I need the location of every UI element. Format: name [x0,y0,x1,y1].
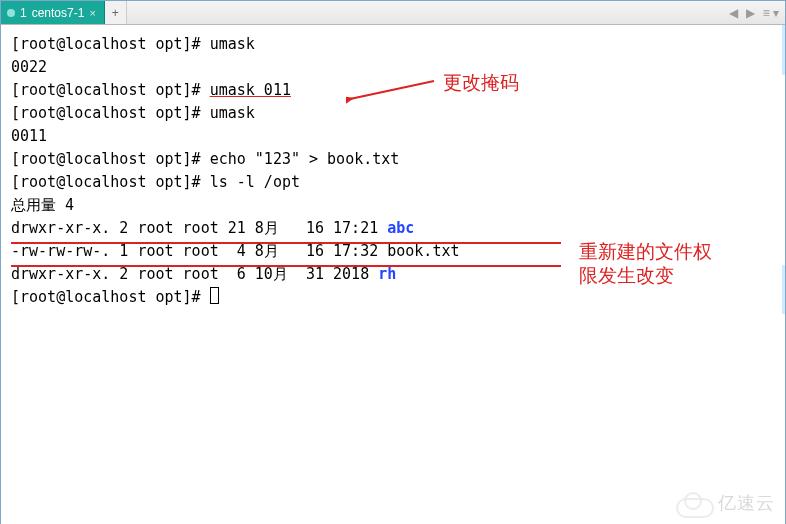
tab-bar-nav: ◀ ▶ ≡ ▾ [729,1,785,24]
prompt: [root@localhost opt]# [11,81,210,99]
tab-index: 1 [20,6,27,20]
prompt: [root@localhost opt]# [11,150,210,168]
watermark: 亿速云 [674,490,775,516]
prompt: [root@localhost opt]# [11,104,210,122]
annotation-arrow [346,77,436,105]
plus-icon: + [112,6,119,20]
annotation-line: 重新建的文件权 [579,240,712,264]
cmd-text: ls -l /opt [210,173,300,191]
output-text: 0011 [11,127,47,145]
app-window: 1 centos7-1 × + ◀ ▶ ≡ ▾ [root@localhost … [0,0,786,524]
scroll-indicator [782,25,785,524]
ls-row: drwxr-xr-x. 2 root root 21 8月 16 17:21 a… [11,217,775,240]
terminal-line: [root@localhost opt]# [11,286,775,309]
tab-title: centos7-1 [32,6,85,20]
prompt: [root@localhost opt]# [11,173,210,191]
annotation-text: 更改掩码 [443,71,519,94]
terminal-line: 总用量 4 [11,194,775,217]
terminal-line: 0011 [11,125,775,148]
nav-back-icon[interactable]: ◀ [729,6,738,20]
terminal-line: [root@localhost opt]# ls -l /opt [11,171,775,194]
terminal[interactable]: [root@localhost opt]# umask 0022 [root@l… [1,25,785,524]
new-tab-button[interactable]: + [105,1,127,24]
prompt: [root@localhost opt]# [11,288,210,306]
nav-forward-icon[interactable]: ▶ [746,6,755,20]
terminal-line: [root@localhost opt]# echo "123" > book.… [11,148,775,171]
annotation-rule [11,265,561,267]
close-icon[interactable]: × [89,7,95,19]
cmd-text: umask 011 [210,81,291,99]
output-text: 0022 [11,58,47,76]
terminal-line: 0022 [11,56,775,79]
annotation-rule [11,242,561,244]
ls-name: abc [387,219,414,237]
svg-line-0 [350,81,434,99]
terminal-line: [root@localhost opt]# umask [11,33,775,56]
ls-name: book.txt [387,242,459,260]
terminal-line: [root@localhost opt]# umask [11,102,775,125]
prompt: [root@localhost opt]# [11,35,210,53]
nav-menu-icon[interactable]: ≡ ▾ [763,6,779,20]
watermark-text: 亿速云 [718,492,775,515]
cursor [210,287,219,304]
tab-centos7-1[interactable]: 1 centos7-1 × [1,1,105,24]
ls-name: rh [378,265,396,283]
annotation-line: 限发生改变 [579,264,712,288]
cmd-text: umask [210,35,255,53]
annotation-text: 重新建的文件权 限发生改变 [579,240,712,288]
cloud-icon [674,490,712,516]
tab-bar: 1 centos7-1 × + ◀ ▶ ≡ ▾ [1,1,785,25]
ls-total: 总用量 4 [11,196,74,214]
tab-status-dot [7,9,15,17]
cmd-text: echo "123" > book.txt [210,150,400,168]
cmd-text: umask [210,104,255,122]
